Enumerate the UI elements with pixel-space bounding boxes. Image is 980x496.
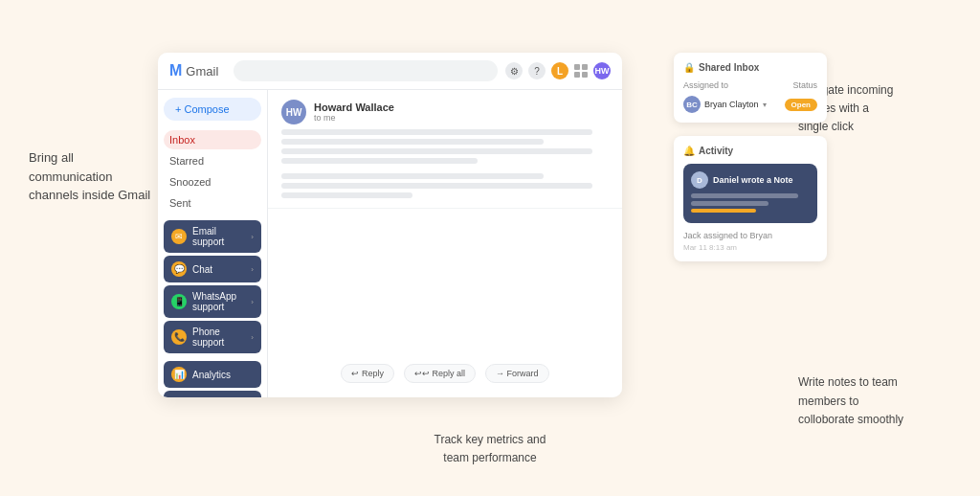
sender-avatar: HW — [281, 100, 306, 124]
lock-icon: 🔒 — [683, 62, 695, 73]
assignee-info: BC Bryan Clayton ▾ — [683, 96, 767, 113]
gmail-mockup: M Gmail ⚙ ? L HW + Compose Inbox Starred — [158, 53, 622, 397]
right-bottom-annotation: Write notes to team members to collobora… — [798, 373, 951, 429]
gmail-m-icon: M — [169, 62, 182, 79]
status-badge[interactable]: Open — [785, 99, 817, 111]
gmail-header: M Gmail ⚙ ? L HW — [158, 53, 622, 90]
activity-title: 🔔 Activity — [683, 146, 817, 156]
email-body-line-3 — [281, 148, 592, 154]
gmail-header-icons: ⚙ ? L HW — [505, 62, 611, 79]
gmail-email-content: HW Howard Wallace to me ↩ Rep — [268, 90, 622, 397]
sender-name: Howard Wallace — [314, 101, 394, 113]
gmail-logo: M Gmail — [169, 62, 218, 79]
sidebar-sent[interactable]: Sent — [164, 193, 261, 213]
chevron-icon: › — [251, 265, 254, 274]
email-body-line-2 — [281, 139, 544, 145]
gmail-sidebar: + Compose Inbox Starred Snoozed Sent ✉ E… — [158, 90, 268, 397]
sidebar-inbox[interactable]: Inbox — [164, 130, 261, 149]
settings-icon[interactable]: ⚙ — [505, 62, 523, 79]
activity-assign-text: Jack assigned to Bryan — [683, 231, 817, 240]
status-label: Status — [792, 80, 817, 90]
email-body-line-6 — [281, 183, 592, 189]
channel-phone[interactable]: 📞 Phone support › — [164, 321, 261, 353]
channel-email-support[interactable]: ✉ Email support › — [164, 220, 261, 253]
email-body-line-5 — [281, 173, 544, 179]
email-actions: ↩ Reply ↩↩ Reply all → Forward — [268, 364, 622, 383]
whatsapp-icon: 📱 — [171, 294, 187, 309]
forward-button[interactable]: → Forward — [485, 364, 549, 383]
shared-inbox-card: 🔒 Shared Inbox Assigned to Status BC Bry… — [674, 53, 827, 123]
analytics-item[interactable]: 📊 Analytics — [164, 361, 261, 388]
activity-icon: 🔔 — [683, 146, 695, 156]
right-panel: 🔒 Shared Inbox Assigned to Status BC Bry… — [674, 53, 827, 261]
sidebar-starred[interactable]: Starred — [164, 151, 261, 170]
left-annotation: Bring all communication channels inside … — [29, 148, 153, 205]
chat-icon: 💬 — [171, 261, 187, 277]
email-body-line-1 — [281, 129, 592, 135]
assignee-row: BC Bryan Clayton ▾ Open — [683, 96, 817, 113]
note-line-1 — [691, 193, 798, 198]
shared-inbox-title: 🔒 Shared Inbox — [683, 62, 817, 73]
chevron-icon: › — [251, 298, 254, 306]
assignee-name: Bryan Clayton — [704, 100, 759, 109]
channel-email-label: Email support — [192, 226, 245, 247]
chevron-icon: › — [251, 333, 254, 342]
templates-label: Email Templates — [192, 396, 254, 397]
channel-chat-label: Chat — [192, 264, 212, 275]
channel-whatsapp[interactable]: 📱 WhatsApp support › — [164, 285, 261, 318]
note-progress-bar — [691, 209, 756, 213]
activity-note: D Daniel wrote a Note — [683, 164, 817, 223]
email-templates-item[interactable]: 📧 Email Templates — [164, 391, 261, 397]
phone-icon: 📞 — [171, 329, 187, 345]
channel-chat[interactable]: 💬 Chat › — [164, 256, 261, 282]
note-line-2 — [691, 201, 768, 206]
reply-button[interactable]: ↩ Reply — [341, 364, 394, 383]
reply-all-button[interactable]: ↩↩ Reply all — [404, 364, 476, 383]
help-icon[interactable]: ? — [528, 62, 546, 79]
activity-card: 🔔 Activity D Daniel wrote a Note Jack as… — [674, 136, 827, 261]
analytics-icon: 📊 — [171, 367, 187, 382]
note-header: D Daniel wrote a Note — [691, 171, 810, 189]
gmail-app-name: Gmail — [186, 64, 218, 79]
dropdown-arrow[interactable]: ▾ — [763, 101, 767, 109]
apps-icon[interactable] — [574, 64, 588, 78]
user-initial-icon[interactable]: L — [551, 62, 568, 79]
note-text: Daniel wrote a Note — [713, 175, 793, 185]
analytics-section: 📊 Analytics 📧 Email Templates — [164, 361, 261, 397]
email-body-line-7 — [281, 192, 412, 198]
note-author-avatar: D — [691, 171, 708, 189]
channel-phone-label: Phone support — [192, 327, 245, 348]
chevron-icon: › — [251, 233, 254, 241]
email-support-icon: ✉ — [171, 229, 187, 244]
gmail-search-bar[interactable] — [234, 60, 498, 81]
assigned-row: Assigned to Status — [683, 80, 817, 90]
avatar-icon[interactable]: HW — [593, 62, 611, 79]
analytics-label: Analytics — [192, 370, 231, 380]
email-body-line-4 — [281, 158, 478, 164]
channel-whatsapp-label: WhatsApp support — [192, 291, 245, 312]
assignee-avatar: BC — [683, 96, 701, 113]
email-to: to me — [314, 113, 394, 123]
main-container: Bring all communication channels inside … — [0, 0, 980, 496]
email-thread[interactable]: HW Howard Wallace to me — [268, 90, 622, 209]
gmail-body: + Compose Inbox Starred Snoozed Sent ✉ E… — [158, 90, 622, 397]
sidebar-snoozed[interactable]: Snoozed — [164, 172, 261, 192]
email-sender-row: HW Howard Wallace to me — [281, 100, 609, 124]
bottom-annotation: Track key metrics and team performance — [434, 431, 546, 467]
channel-items: ✉ Email support › 💬 Chat › 📱 WhatsApp su… — [164, 220, 261, 353]
activity-date: Mar 11 8:13 am — [683, 243, 817, 252]
assigned-label: Assigned to — [683, 80, 728, 90]
compose-button[interactable]: + Compose — [164, 98, 261, 121]
